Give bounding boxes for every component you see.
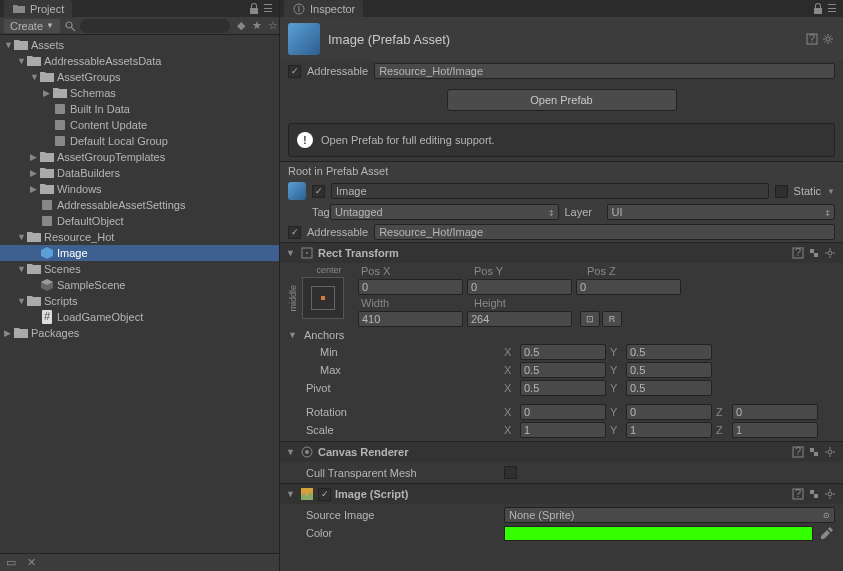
- search-input[interactable]: [80, 19, 230, 33]
- menu-icon[interactable]: ☰: [825, 2, 839, 16]
- expand-arrow-icon[interactable]: ▼: [17, 264, 27, 274]
- expand-arrow-icon[interactable]: ▼: [4, 40, 14, 50]
- tree-item[interactable]: ▶Schemas: [0, 85, 279, 101]
- tree-item[interactable]: #LoadGameObject: [0, 309, 279, 325]
- image-enabled-checkbox[interactable]: ✓: [318, 488, 331, 501]
- tree-item-label: Packages: [31, 327, 79, 339]
- tree-item[interactable]: ▼AssetGroups: [0, 69, 279, 85]
- preset-icon[interactable]: [807, 445, 821, 459]
- preset-icon[interactable]: [807, 487, 821, 501]
- posz-field[interactable]: [576, 279, 681, 295]
- rot-x[interactable]: [520, 404, 606, 420]
- expand-arrow-icon[interactable]: ▼: [17, 232, 27, 242]
- preset-icon[interactable]: [807, 246, 821, 260]
- rot-y[interactable]: [626, 404, 712, 420]
- anchor-min-y[interactable]: [626, 344, 712, 360]
- static-dropdown-icon[interactable]: ▼: [827, 187, 835, 196]
- name-field[interactable]: [331, 183, 769, 199]
- tag-dropdown[interactable]: Untagged‡: [330, 204, 559, 220]
- tree-item[interactable]: ▼Scenes: [0, 261, 279, 277]
- scale-x[interactable]: [520, 422, 606, 438]
- static-checkbox[interactable]: [775, 185, 788, 198]
- pivot-x[interactable]: [520, 380, 606, 396]
- rot-z[interactable]: [732, 404, 818, 420]
- tree-item[interactable]: ▶AssetGroupTemplates: [0, 149, 279, 165]
- addressable-checkbox[interactable]: ✓: [288, 65, 301, 78]
- gear-icon[interactable]: [821, 32, 835, 46]
- color-field[interactable]: [504, 526, 813, 541]
- gear-icon[interactable]: [823, 445, 837, 459]
- addressable-field[interactable]: [374, 63, 835, 79]
- posy-field[interactable]: [467, 279, 572, 295]
- anchor-max-y[interactable]: [626, 362, 712, 378]
- svg-text:i: i: [298, 3, 300, 14]
- rect-transform-header[interactable]: ▼ Rect Transform ?: [280, 242, 843, 263]
- footer-close-icon[interactable]: ✕: [24, 556, 38, 570]
- help-icon[interactable]: ?: [791, 445, 805, 459]
- filter-type-icon[interactable]: ◆: [234, 19, 248, 33]
- tree-item[interactable]: Image: [0, 245, 279, 261]
- gear-icon[interactable]: [823, 487, 837, 501]
- blueprint-mode-button[interactable]: ⊡: [580, 311, 600, 327]
- tree-item[interactable]: Default Local Group: [0, 133, 279, 149]
- eyedropper-icon[interactable]: [819, 525, 835, 541]
- tree-item[interactable]: ▶Windows: [0, 181, 279, 197]
- tree-item[interactable]: SampleScene: [0, 277, 279, 293]
- prefab-icon: [288, 182, 306, 200]
- tree-item[interactable]: ▶Packages: [0, 325, 279, 341]
- pivot-y[interactable]: [626, 380, 712, 396]
- anchor-max-x[interactable]: [520, 362, 606, 378]
- image-component-header[interactable]: ▼ ✓ Image (Script) ?: [280, 483, 843, 504]
- menu-icon[interactable]: ☰: [261, 2, 275, 16]
- create-button[interactable]: Create▼: [4, 19, 60, 33]
- inspector-tab[interactable]: i Inspector: [284, 0, 363, 18]
- anchors-label[interactable]: Anchors: [304, 329, 344, 341]
- active-checkbox[interactable]: ✓: [312, 185, 325, 198]
- layer-dropdown[interactable]: UI‡: [607, 204, 836, 220]
- expand-arrow-icon[interactable]: ▶: [30, 184, 40, 194]
- tree-item[interactable]: Built In Data: [0, 101, 279, 117]
- inspector-title: Image (Prefab Asset): [328, 32, 797, 47]
- filter-label-icon[interactable]: ★: [250, 19, 264, 33]
- cull-checkbox[interactable]: [504, 466, 517, 479]
- expand-arrow-icon[interactable]: ▼: [30, 72, 40, 82]
- tree-item[interactable]: Content Update: [0, 117, 279, 133]
- gear-icon[interactable]: [823, 246, 837, 260]
- scale-z[interactable]: [732, 422, 818, 438]
- tree-item[interactable]: DefaultObject: [0, 213, 279, 229]
- expand-arrow-icon[interactable]: ▶: [30, 152, 40, 162]
- expand-arrow-icon[interactable]: ▼: [17, 56, 27, 66]
- expand-arrow-icon[interactable]: ▶: [43, 88, 53, 98]
- footer-layout-icon[interactable]: ▭: [4, 556, 18, 570]
- open-prefab-button[interactable]: Open Prefab: [447, 89, 677, 111]
- expand-arrow-icon[interactable]: ▶: [30, 168, 40, 178]
- folder-icon: [27, 294, 41, 308]
- tree-item[interactable]: ▶DataBuilders: [0, 165, 279, 181]
- project-tab[interactable]: Project: [4, 0, 72, 18]
- raw-edit-button[interactable]: R: [602, 311, 622, 327]
- canvas-renderer-header[interactable]: ▼ Canvas Renderer ?: [280, 441, 843, 462]
- expand-arrow-icon[interactable]: ▶: [4, 328, 14, 338]
- help-icon[interactable]: ?: [791, 246, 805, 260]
- addressable-checkbox-2[interactable]: ✓: [288, 226, 301, 239]
- tree-item[interactable]: AddressableAssetSettings: [0, 197, 279, 213]
- expand-arrow-icon[interactable]: ▼: [17, 296, 27, 306]
- tree-item[interactable]: ▼Assets: [0, 37, 279, 53]
- tree-item[interactable]: ▼AddressableAssetsData: [0, 53, 279, 69]
- width-field[interactable]: [358, 311, 463, 327]
- lock-icon[interactable]: [247, 2, 261, 16]
- help-icon[interactable]: ?: [805, 32, 819, 46]
- svg-rect-19: [814, 253, 818, 257]
- posx-field[interactable]: [358, 279, 463, 295]
- anchor-preset-button[interactable]: [302, 277, 344, 319]
- tree-item[interactable]: ▼Resource_Hot: [0, 229, 279, 245]
- scale-y[interactable]: [626, 422, 712, 438]
- tree-item[interactable]: ▼Scripts: [0, 293, 279, 309]
- save-search-icon[interactable]: ☆: [266, 19, 280, 33]
- lock-icon[interactable]: [811, 2, 825, 16]
- anchor-min-x[interactable]: [520, 344, 606, 360]
- addressable-field-2[interactable]: [374, 224, 835, 240]
- height-field[interactable]: [467, 311, 572, 327]
- source-image-field[interactable]: None (Sprite)⊙: [504, 507, 835, 523]
- help-icon[interactable]: ?: [791, 487, 805, 501]
